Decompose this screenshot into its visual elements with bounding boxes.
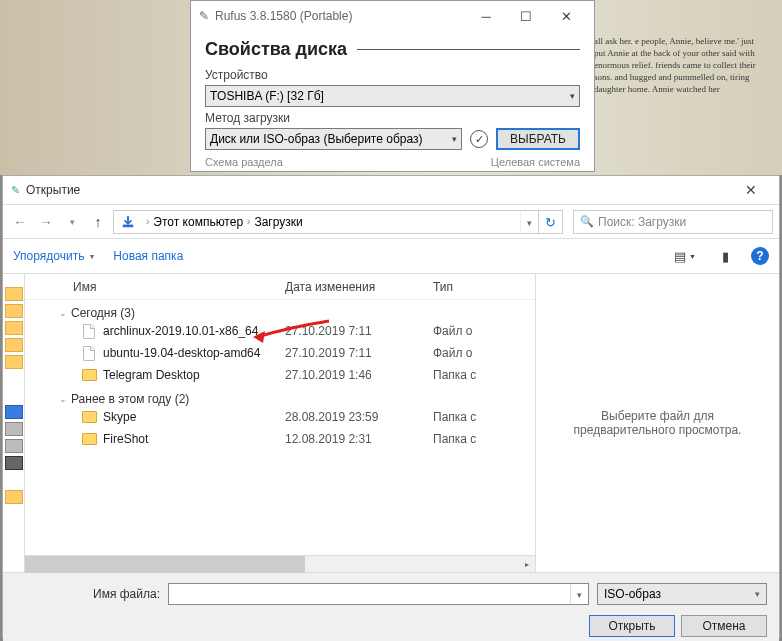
list-header[interactable]: Имя Дата изменения Тип bbox=[25, 274, 535, 300]
tree-disk-icon[interactable] bbox=[5, 422, 23, 436]
list-item[interactable]: Skype 28.08.2019 23:59 Папка с bbox=[25, 406, 535, 428]
file-open-dialog: ✎ Открытие ✕ ← → ▾ ↑ › Этот компьютер › … bbox=[2, 175, 780, 638]
chevron-down-icon: ▾ bbox=[452, 134, 457, 144]
organize-menu[interactable]: Упорядочить ▼ bbox=[13, 249, 95, 263]
column-modified[interactable]: Дата изменения bbox=[285, 280, 433, 294]
target-system-label: Целевая система bbox=[491, 156, 580, 168]
breadcrumb-dropdown[interactable]: ▾ bbox=[520, 211, 538, 233]
heading-divider bbox=[357, 49, 580, 50]
help-button[interactable]: ? bbox=[751, 247, 769, 265]
horizontal-scrollbar[interactable]: ◂ ▸ bbox=[25, 555, 535, 572]
search-input[interactable]: 🔍 Поиск: Загрузки bbox=[573, 210, 773, 234]
background-book-text: all ask her. e people, Annie, believe me… bbox=[594, 35, 764, 95]
downloads-folder-icon bbox=[120, 214, 136, 230]
tree-folder-icon[interactable] bbox=[5, 304, 23, 318]
open-button[interactable]: Открыть bbox=[589, 615, 675, 637]
search-icon: 🔍 bbox=[580, 215, 594, 228]
file-icon bbox=[81, 323, 97, 339]
dialog-titlebar[interactable]: ✎ Открытие ✕ bbox=[3, 176, 779, 204]
boot-select[interactable]: Диск или ISO-образ (Выберите образ) ▾ bbox=[205, 128, 462, 150]
scrollbar-thumb[interactable] bbox=[25, 556, 305, 573]
dialog-title: Открытие bbox=[26, 183, 80, 197]
refresh-button[interactable]: ↻ bbox=[538, 211, 562, 233]
rufus-window: ✎ Rufus 3.8.1580 (Portable) ─ ☐ ✕ Свойст… bbox=[190, 0, 595, 172]
chevron-down-icon: ⌄ bbox=[59, 308, 67, 318]
tree-folder-icon[interactable] bbox=[5, 490, 23, 504]
section-heading: Свойства диска bbox=[205, 39, 347, 60]
tree-folder-icon[interactable] bbox=[5, 287, 23, 301]
tree-folder-icon[interactable] bbox=[5, 355, 23, 369]
dialog-app-icon: ✎ bbox=[11, 184, 20, 197]
column-type[interactable]: Тип bbox=[433, 280, 513, 294]
nav-up-button[interactable]: ↑ bbox=[87, 211, 109, 233]
chevron-down-icon[interactable]: ▾ bbox=[570, 584, 588, 604]
chevron-down-icon: ▾ bbox=[570, 91, 575, 101]
folder-tree[interactable] bbox=[3, 274, 25, 572]
nav-back-button[interactable]: ← bbox=[9, 211, 31, 233]
device-value: TOSHIBA (F:) [32 Гб] bbox=[210, 89, 324, 103]
list-item[interactable]: ubuntu-19.04-desktop-amd64 27.10.2019 7:… bbox=[25, 342, 535, 364]
breadcrumb-root[interactable]: Этот компьютер bbox=[153, 215, 243, 229]
filename-input[interactable]: ▾ bbox=[168, 583, 589, 605]
cancel-button[interactable]: Отмена bbox=[681, 615, 767, 637]
nav-forward-button[interactable]: → bbox=[35, 211, 57, 233]
search-placeholder: Поиск: Загрузки bbox=[598, 215, 686, 229]
new-folder-button[interactable]: Новая папка bbox=[113, 249, 183, 263]
tree-folder-icon[interactable] bbox=[5, 338, 23, 352]
tree-folder-icon[interactable] bbox=[5, 321, 23, 335]
rufus-app-icon: ✎ bbox=[199, 9, 209, 23]
chevron-down-icon: ▼ bbox=[88, 253, 95, 260]
column-name[interactable]: Имя bbox=[25, 280, 285, 294]
verify-check-icon[interactable]: ✓ bbox=[470, 130, 488, 148]
dialog-close-button[interactable]: ✕ bbox=[731, 176, 771, 204]
view-options-button[interactable]: ▤▼ bbox=[670, 249, 700, 264]
breadcrumb-separator: › bbox=[247, 216, 250, 227]
nav-recent-dropdown[interactable]: ▾ bbox=[61, 211, 83, 233]
dialog-toolbar: Упорядочить ▼ Новая папка ▤▼ ▮ ? bbox=[3, 238, 779, 274]
preview-pane: Выберите файл для предварительного просм… bbox=[535, 274, 779, 572]
maximize-button[interactable]: ☐ bbox=[506, 1, 546, 31]
list-group-header[interactable]: ⌄ Ранее в этом году (2) bbox=[25, 392, 535, 406]
filename-label: Имя файла: bbox=[15, 587, 160, 601]
tree-usb-icon[interactable] bbox=[5, 456, 23, 470]
file-type-filter[interactable]: ISO-образ ▾ bbox=[597, 583, 767, 605]
preview-placeholder-text: Выберите файл для предварительного просм… bbox=[556, 409, 759, 437]
list-item[interactable]: archlinux-2019.10.01-x86_64 27.10.2019 7… bbox=[25, 320, 535, 342]
rufus-titlebar[interactable]: ✎ Rufus 3.8.1580 (Portable) ─ ☐ ✕ bbox=[191, 1, 594, 31]
chevron-down-icon: ▾ bbox=[755, 589, 760, 599]
folder-icon bbox=[81, 367, 97, 383]
svg-rect-0 bbox=[123, 224, 134, 227]
device-select[interactable]: TOSHIBA (F:) [32 Гб] ▾ bbox=[205, 85, 580, 107]
breadcrumb-folder[interactable]: Загрузки bbox=[254, 215, 302, 229]
breadcrumb-separator: › bbox=[146, 216, 149, 227]
boot-label: Метод загрузки bbox=[205, 111, 580, 125]
partition-scheme-label: Схема раздела bbox=[205, 156, 283, 168]
list-item[interactable]: Telegram Desktop 27.10.2019 1:46 Папка с bbox=[25, 364, 535, 386]
breadcrumb[interactable]: › Этот компьютер › Загрузки ▾ ↻ bbox=[113, 210, 563, 234]
close-button[interactable]: ✕ bbox=[546, 1, 586, 31]
boot-value: Диск или ISO-образ (Выберите образ) bbox=[210, 132, 422, 146]
tree-disk-icon[interactable] bbox=[5, 439, 23, 453]
dialog-bottom-bar: Имя файла: ▾ ISO-образ ▾ Открыть Отмена bbox=[3, 572, 779, 641]
scroll-right-button[interactable]: ▸ bbox=[518, 556, 535, 573]
select-iso-button[interactable]: ВЫБРАТЬ bbox=[496, 128, 580, 150]
device-label: Устройство bbox=[205, 68, 580, 82]
file-list[interactable]: Имя Дата изменения Тип ⌄ Сегодня (3) arc… bbox=[25, 274, 535, 572]
dialog-nav-bar: ← → ▾ ↑ › Этот компьютер › Загрузки ▾ ↻ … bbox=[3, 204, 779, 238]
list-item[interactable]: FireShot 12.08.2019 2:31 Папка с bbox=[25, 428, 535, 450]
tree-pc-icon[interactable] bbox=[5, 405, 23, 419]
chevron-down-icon: ⌄ bbox=[59, 394, 67, 404]
preview-toggle-button[interactable]: ▮ bbox=[718, 249, 733, 264]
file-icon bbox=[81, 345, 97, 361]
rufus-title-text: Rufus 3.8.1580 (Portable) bbox=[215, 9, 352, 23]
list-group-header[interactable]: ⌄ Сегодня (3) bbox=[25, 306, 535, 320]
folder-icon bbox=[81, 431, 97, 447]
folder-icon bbox=[81, 409, 97, 425]
minimize-button[interactable]: ─ bbox=[466, 1, 506, 31]
